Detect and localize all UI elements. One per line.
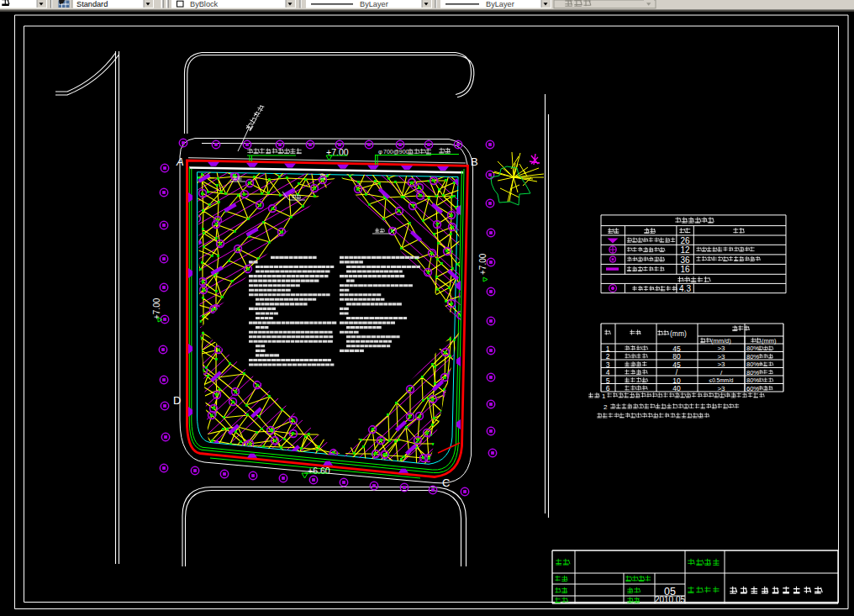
svg-text:+7.00: +7.00 [478, 253, 488, 275]
svg-text:A: A [176, 155, 184, 168]
svg-text:19: 19 [319, 173, 325, 180]
svg-text:80%: 80% [746, 369, 759, 376]
svg-text:2: 2 [604, 403, 608, 411]
svg-text:80%: 80% [746, 345, 759, 352]
svg-text:>3: >3 [717, 361, 725, 368]
svg-text:>3: >3 [717, 353, 725, 361]
svg-text:2010.05: 2010.05 [655, 595, 686, 604]
svg-text:φ: φ [378, 148, 382, 155]
svg-text:16: 16 [680, 265, 690, 274]
svg-text:+7.00: +7.00 [152, 297, 161, 319]
svg-text:ByLayer: ByLayer [486, 0, 514, 8]
svg-text:>3: >3 [717, 345, 725, 352]
svg-text:80: 80 [672, 352, 681, 361]
svg-text:26: 26 [680, 236, 690, 245]
svg-text:2: 2 [606, 352, 610, 361]
svg-text:(mm): (mm) [762, 337, 777, 345]
svg-text:ByBlock: ByBlock [190, 0, 219, 8]
svg-text:5: 5 [606, 376, 610, 385]
svg-text:80%: 80% [746, 361, 759, 368]
svg-text:10: 10 [672, 376, 681, 385]
svg-text:4: 4 [606, 368, 610, 376]
svg-text:45: 45 [672, 345, 681, 353]
svg-text:40: 40 [672, 384, 681, 392]
svg-text:B: B [471, 155, 478, 168]
svg-text:60%: 60% [746, 385, 759, 392]
svg-text:12: 12 [680, 245, 690, 255]
svg-text:1: 1 [606, 345, 610, 353]
svg-text:>3: >3 [717, 385, 725, 392]
svg-text:≤0.5mm/d: ≤0.5mm/d [709, 377, 734, 383]
svg-text:36: 36 [680, 255, 690, 265]
svg-text:4.3: 4.3 [679, 284, 691, 293]
svg-text:45: 45 [672, 361, 681, 369]
svg-text:(mm/d): (mm/d) [711, 337, 731, 345]
svg-text:D: D [173, 394, 181, 407]
svg-text:Standard: Standard [76, 0, 108, 8]
svg-text:3: 3 [606, 361, 610, 369]
svg-text:C: C [442, 476, 450, 489]
svg-text:(mm): (mm) [670, 329, 687, 338]
svg-text:1: 1 [602, 392, 606, 400]
svg-text:6: 6 [606, 384, 610, 392]
svg-text:80%: 80% [746, 376, 759, 384]
svg-text:ByLayer: ByLayer [360, 0, 388, 8]
svg-text:+6.60: +6.60 [308, 466, 330, 476]
svg-text:700@900: 700@900 [383, 149, 409, 155]
svg-text:80%: 80% [746, 353, 759, 361]
